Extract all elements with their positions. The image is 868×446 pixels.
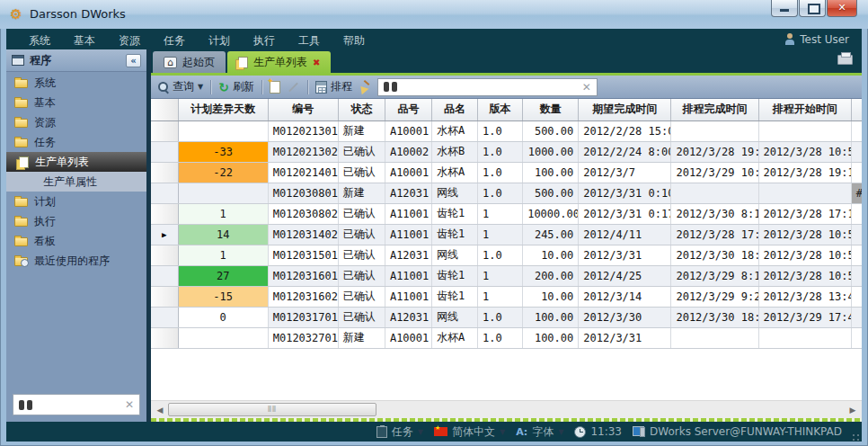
- cell-item[interactable]: A12031: [385, 307, 431, 327]
- row-header[interactable]: [151, 203, 178, 224]
- cell-name[interactable]: 网线: [432, 183, 478, 203]
- cell-tail[interactable]: [851, 286, 862, 307]
- cell-code[interactable]: M012030802: [268, 203, 338, 224]
- collapse-sidebar-button[interactable]: «: [126, 54, 141, 67]
- cell-diff[interactable]: 1: [178, 245, 268, 265]
- cell-item[interactable]: A10001: [385, 327, 431, 348]
- cell-status[interactable]: 新建: [338, 327, 385, 348]
- query-button[interactable]: 查询 ▼: [157, 79, 203, 94]
- dropdown-arrow-icon[interactable]: ▼: [558, 428, 563, 436]
- cell-sched_start[interactable]: [758, 120, 851, 141]
- cell-due[interactable]: 2012/3/31 0:10: [579, 183, 671, 203]
- cell-qty[interactable]: 500.00: [523, 120, 579, 141]
- cell-due[interactable]: 2012/2/28 15:00: [579, 120, 671, 141]
- cell-sched_end[interactable]: 2012/3/30 18:00: [671, 307, 758, 327]
- cell-qty[interactable]: 500.00: [523, 183, 579, 203]
- cell-ver[interactable]: 1: [478, 286, 523, 307]
- row-header[interactable]: [151, 162, 178, 183]
- cell-name[interactable]: 网线: [432, 307, 478, 327]
- resize-grip-icon[interactable]: [852, 433, 861, 442]
- menu-item-帮助[interactable]: 帮助: [332, 34, 376, 47]
- tab-start-page[interactable]: ⌂ 起始页: [153, 51, 226, 73]
- menu-item-资源[interactable]: 资源: [107, 34, 152, 47]
- column-header-tail[interactable]: 前: [851, 99, 862, 120]
- cell-sched_start[interactable]: 2012/3/29 17:46: [758, 307, 851, 327]
- cell-tail[interactable]: [851, 224, 862, 245]
- cell-status[interactable]: 新建: [338, 183, 385, 203]
- toolbar-search-input[interactable]: [402, 81, 578, 94]
- row-header[interactable]: [151, 286, 178, 307]
- cell-ver[interactable]: 1.0: [478, 327, 523, 348]
- row-header[interactable]: [151, 183, 178, 203]
- column-header-due[interactable]: 期望完成时间: [579, 99, 671, 120]
- cell-qty[interactable]: 10.00: [523, 245, 579, 265]
- tab-production-order-list[interactable]: 生产单列表 ✖: [227, 51, 331, 73]
- cell-due[interactable]: 2012/3/31: [579, 245, 671, 265]
- table-row[interactable]: 1M012031501已确认A12031网线1.010.002012/3/312…: [151, 245, 862, 265]
- cell-ver[interactable]: 1: [478, 203, 523, 224]
- row-header[interactable]: [151, 120, 178, 141]
- cell-qty[interactable]: 100.00: [523, 162, 579, 183]
- cell-qty[interactable]: 200.00: [523, 265, 579, 286]
- dropdown-arrow-icon[interactable]: ▼: [500, 428, 505, 436]
- cell-qty[interactable]: 100.00: [523, 327, 579, 348]
- close-button[interactable]: ✕: [827, 0, 857, 17]
- clear-search-icon[interactable]: ✕: [582, 82, 591, 93]
- scrollbar-thumb[interactable]: [168, 403, 376, 416]
- clean-button[interactable]: [358, 80, 372, 94]
- cell-tail[interactable]: [851, 141, 862, 162]
- cell-item[interactable]: A11001: [385, 224, 431, 245]
- cell-status[interactable]: 已确认: [338, 162, 385, 183]
- cell-sched_end[interactable]: 2012/3/28 19:10: [671, 141, 758, 162]
- cell-ver[interactable]: 1.0: [478, 162, 523, 183]
- cell-diff[interactable]: -33: [178, 141, 268, 162]
- table-row[interactable]: 1M012030802已确认A11001齿轮1110000.002012/3/3…: [151, 203, 862, 224]
- dropdown-arrow-icon[interactable]: ▼: [418, 428, 423, 436]
- table-row[interactable]: 27M012031601已确认A11001齿轮11200.002012/4/25…: [151, 265, 862, 286]
- cell-qty[interactable]: 1000.00: [523, 141, 579, 162]
- menu-item-工具[interactable]: 工具: [287, 34, 332, 47]
- sidebar-item-生产单列表[interactable]: 生产单列表: [6, 152, 146, 172]
- cell-name[interactable]: 齿轮1: [432, 286, 478, 307]
- column-header-ver[interactable]: 版本: [478, 99, 523, 120]
- cell-tail[interactable]: [851, 307, 862, 327]
- cell-status[interactable]: 已确认: [338, 265, 385, 286]
- cell-diff[interactable]: -15: [178, 286, 268, 307]
- sidebar-item-生产单属性[interactable]: 生产单属性: [6, 172, 146, 192]
- cell-due[interactable]: 2012/4/25: [579, 265, 671, 286]
- cell-tail[interactable]: [851, 162, 862, 183]
- cell-sched_start[interactable]: 2012/3/28 10:52: [758, 224, 851, 245]
- menu-item-计划[interactable]: 计划: [197, 34, 242, 47]
- cell-diff[interactable]: [178, 120, 268, 141]
- column-header-name[interactable]: 品名: [432, 99, 478, 120]
- row-pointer-icon[interactable]: ▶: [151, 224, 178, 245]
- cell-due[interactable]: 2012/2/24 8:00: [579, 141, 671, 162]
- cell-item[interactable]: A11001: [385, 265, 431, 286]
- cell-code[interactable]: M012032701: [268, 327, 338, 348]
- dropdown-arrow-icon[interactable]: ▼: [198, 83, 203, 91]
- cell-item[interactable]: A12031: [385, 245, 431, 265]
- tab-close-icon[interactable]: ✖: [313, 58, 320, 67]
- cell-tail[interactable]: [851, 245, 862, 265]
- cell-ver[interactable]: 1: [478, 224, 523, 245]
- cell-item[interactable]: A10001: [385, 120, 431, 141]
- row-header[interactable]: [151, 265, 178, 286]
- column-header-code[interactable]: 编号: [268, 99, 338, 120]
- table-row[interactable]: M012021301新建A10001水杯A1.0500.002012/2/28 …: [151, 120, 862, 141]
- cell-status[interactable]: 已确认: [338, 286, 385, 307]
- cell-code[interactable]: M012021401: [268, 162, 338, 183]
- cell-item[interactable]: A11001: [385, 203, 431, 224]
- cell-status[interactable]: 新建: [338, 120, 385, 141]
- cell-name[interactable]: 齿轮1: [432, 203, 478, 224]
- cell-sched_start[interactable]: [758, 327, 851, 348]
- cell-code[interactable]: M012031402: [268, 224, 338, 245]
- cell-ver[interactable]: 1: [478, 265, 523, 286]
- row-header[interactable]: [151, 307, 178, 327]
- cell-sched_start[interactable]: [758, 183, 851, 203]
- cell-name[interactable]: 水杯A: [432, 162, 478, 183]
- cell-sched_end[interactable]: 2012/3/29 8:15: [671, 265, 758, 286]
- cell-code[interactable]: M012031701: [268, 307, 338, 327]
- cell-code[interactable]: M012031601: [268, 265, 338, 286]
- cell-due[interactable]: 2012/3/31: [579, 327, 671, 348]
- table-row[interactable]: M012032701新建A10001水杯A1.0100.002012/3/31: [151, 327, 862, 348]
